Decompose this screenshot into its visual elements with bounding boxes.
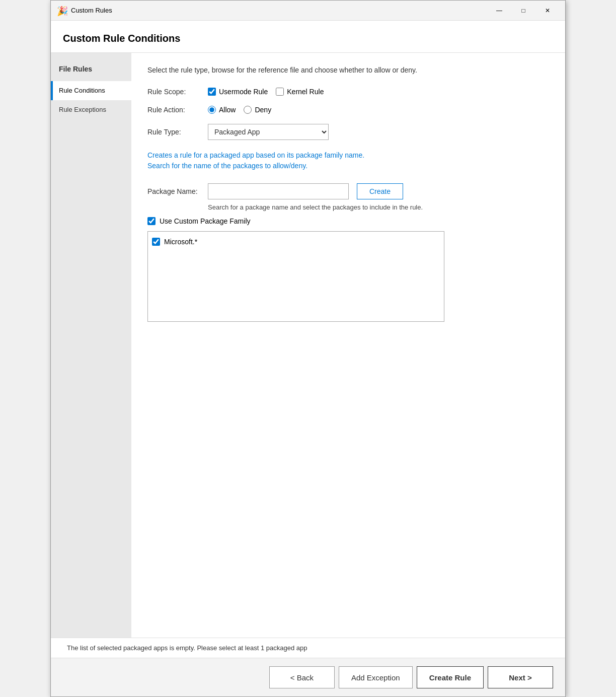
kernel-checkbox-label[interactable]: Kernel Rule bbox=[276, 88, 324, 96]
package-name-row: Package Name: Create bbox=[147, 183, 549, 199]
back-button[interactable]: < Back bbox=[269, 666, 335, 688]
minimize-button[interactable]: — bbox=[488, 3, 511, 18]
close-button[interactable]: ✕ bbox=[536, 3, 559, 18]
create-rule-button[interactable]: Create Rule bbox=[417, 666, 484, 688]
rule-action-row: Rule Action: Allow Deny bbox=[147, 106, 549, 114]
page-title: Custom Rule Conditions bbox=[51, 21, 565, 53]
use-custom-checkbox[interactable] bbox=[147, 217, 156, 225]
window-controls: — □ ✕ bbox=[488, 3, 559, 18]
app-icon: 🎉 bbox=[57, 6, 67, 16]
title-bar: 🎉 Custom Rules — □ ✕ bbox=[51, 1, 565, 21]
sidebar-item-rule-exceptions[interactable]: Rule Exceptions bbox=[51, 100, 131, 119]
allow-label: Allow bbox=[219, 106, 236, 114]
sidebar-section-file-rules: File Rules bbox=[51, 61, 131, 77]
allow-radio[interactable] bbox=[208, 106, 216, 114]
create-button[interactable]: Create bbox=[357, 183, 403, 199]
rule-type-select[interactable]: Publisher Hash Path Packaged App bbox=[208, 124, 329, 140]
package-item-checkbox[interactable] bbox=[152, 238, 160, 246]
rule-type-label: Rule Type: bbox=[147, 128, 208, 136]
kernel-label: Kernel Rule bbox=[287, 88, 324, 96]
usermode-label: Usermode Rule bbox=[219, 88, 268, 96]
rule-scope-label: Rule Scope: bbox=[147, 88, 208, 96]
sidebar: File Rules Rule Conditions Rule Exceptio… bbox=[51, 53, 131, 638]
package-item-label: Microsoft.* bbox=[164, 238, 197, 246]
package-name-label: Package Name: bbox=[147, 187, 208, 195]
deny-radio[interactable] bbox=[244, 106, 252, 114]
status-bar: The list of selected packaged apps is em… bbox=[51, 638, 565, 658]
usermode-checkbox-label[interactable]: Usermode Rule bbox=[208, 88, 268, 96]
deny-label: Deny bbox=[255, 106, 271, 114]
maximize-button[interactable]: □ bbox=[512, 3, 535, 18]
rule-scope-controls: Usermode Rule Kernel Rule bbox=[208, 88, 324, 96]
description-text: Select the rule type, browse for the ref… bbox=[147, 65, 549, 76]
sidebar-item-rule-conditions[interactable]: Rule Conditions bbox=[51, 81, 131, 100]
search-hint: Search for a package name and select the… bbox=[208, 203, 549, 211]
deny-radio-label[interactable]: Deny bbox=[244, 106, 271, 114]
package-list-container: Microsoft.* bbox=[147, 231, 444, 322]
form-area: Select the rule type, browse for the ref… bbox=[131, 53, 565, 638]
allow-radio-label[interactable]: Allow bbox=[208, 106, 236, 114]
package-name-input[interactable] bbox=[208, 183, 349, 199]
rule-type-row: Rule Type: Publisher Hash Path Packaged … bbox=[147, 124, 549, 140]
application-window: 🎉 Custom Rules — □ ✕ Custom Rule Conditi… bbox=[50, 0, 566, 697]
rule-scope-row: Rule Scope: Usermode Rule Kernel Rule bbox=[147, 88, 549, 96]
window-title: Custom Rules bbox=[71, 7, 488, 14]
usermode-checkbox[interactable] bbox=[208, 88, 216, 96]
kernel-checkbox[interactable] bbox=[276, 88, 284, 96]
help-text: Creates a rule for a packaged app based … bbox=[147, 150, 549, 171]
next-button[interactable]: Next > bbox=[488, 666, 553, 688]
rule-action-controls: Allow Deny bbox=[208, 106, 271, 114]
content-area: File Rules Rule Conditions Rule Exceptio… bbox=[51, 53, 565, 638]
rule-action-label: Rule Action: bbox=[147, 106, 208, 114]
footer-buttons: < Back Add Exception Create Rule Next > bbox=[51, 658, 565, 696]
use-custom-label: Use Custom Package Family bbox=[160, 217, 251, 225]
add-exception-button[interactable]: Add Exception bbox=[339, 666, 413, 688]
use-custom-row: Use Custom Package Family bbox=[147, 217, 549, 225]
package-list-item: Microsoft.* bbox=[152, 236, 440, 248]
